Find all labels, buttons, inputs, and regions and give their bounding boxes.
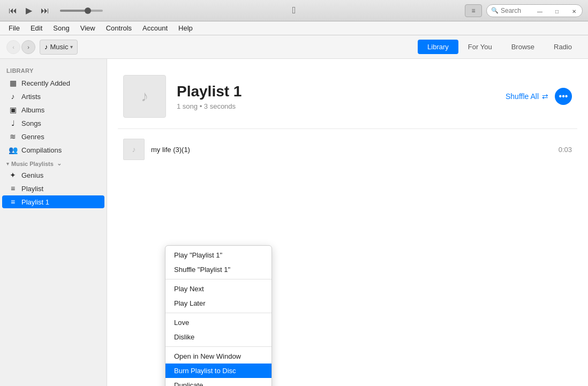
menu-song[interactable]: Song	[49, 23, 73, 33]
titlebar-logo: 	[292, 5, 296, 16]
sidebar-item-playlist[interactable]: ≡ Playlist	[2, 182, 104, 195]
compilations-icon: 👥	[9, 146, 17, 154]
sidebar-item-genius[interactable]: ✦ Genius	[2, 169, 104, 181]
menu-file[interactable]: File	[4, 23, 24, 33]
playlists-section-toggle[interactable]: ▾ Music Playlists ⌄	[0, 157, 107, 168]
playlist-meta: 1 song • 3 seconds	[177, 102, 495, 110]
playlist-icon: ≡	[9, 184, 17, 193]
chevron-right-icon: ▾	[6, 161, 9, 166]
playlist-info: Playlist 1 1 song • 3 seconds	[177, 83, 495, 110]
separator	[165, 279, 272, 279]
volume-fill	[60, 10, 86, 12]
track-music-icon: ♪	[132, 145, 136, 154]
tab-radio[interactable]: Radio	[544, 40, 582, 54]
close-button[interactable]: ✕	[566, 6, 583, 17]
genres-icon: ≋	[9, 132, 17, 141]
separator	[165, 313, 272, 313]
playlist-art: ♪	[123, 75, 166, 118]
chevron-down-icon: ▾	[70, 44, 73, 50]
search-icon: 🔍	[491, 7, 499, 14]
sidebar-item-label: Genius	[21, 171, 43, 179]
sidebar-item-label: Songs	[21, 119, 41, 127]
sidebar-item-genres[interactable]: ≋ Genres	[2, 130, 104, 143]
content-area: ♪ Playlist 1 1 song • 3 seconds Shuffle …	[107, 59, 588, 386]
menu-edit[interactable]: Edit	[26, 23, 47, 33]
track-art: ♪	[123, 139, 145, 160]
playlist1-icon: ≡	[9, 198, 17, 206]
menubar: File Edit Song View Controls Account Hel…	[0, 21, 588, 35]
albums-icon: ▣	[9, 105, 17, 114]
main-layout: Library ▦ Recently Added ♪ Artists ▣ Alb…	[0, 59, 588, 386]
sidebar-item-label: Playlist	[21, 185, 43, 193]
titlebar-right: ≡ 🔍 — □ ✕	[465, 4, 583, 17]
sidebar-item-label: Albums	[21, 106, 44, 114]
songs-icon: ♩	[9, 119, 17, 127]
track-name: my life (3)(1)	[151, 146, 559, 154]
sidebar-item-label: Recently Added	[21, 79, 70, 87]
ctx-play-playlist[interactable]: Play "Playlist 1"	[165, 248, 272, 262]
rewind-button[interactable]: ⏮	[6, 4, 19, 18]
ctx-play-later[interactable]: Play Later	[165, 296, 272, 311]
playlist-actions: Shuffle All ⇄ •••	[506, 88, 572, 105]
volume-slider[interactable]	[60, 10, 103, 12]
more-options-button[interactable]: •••	[555, 88, 572, 105]
sidebar-item-artists[interactable]: ♪ Artists	[2, 90, 104, 103]
nav-arrows: ‹ ›	[6, 40, 35, 54]
volume-track	[60, 10, 103, 12]
sidebar-item-playlist1[interactable]: ≡ Playlist 1	[2, 195, 104, 208]
window-controls: — □ ✕	[531, 6, 583, 17]
table-row[interactable]: ♪ my life (3)(1) 0:03	[118, 134, 577, 164]
list-view-button[interactable]: ≡	[465, 4, 482, 17]
back-button[interactable]: ‹	[6, 40, 20, 54]
genius-icon: ✦	[9, 171, 17, 179]
sidebar-item-label: Genres	[21, 133, 44, 141]
ctx-love[interactable]: Love	[165, 315, 272, 330]
context-menu: Play "Playlist 1" Shuffle "Playlist 1" P…	[165, 245, 272, 386]
sidebar-item-albums[interactable]: ▣ Albums	[2, 103, 104, 116]
ctx-open-new-window[interactable]: Open in New Window	[165, 349, 272, 364]
artists-icon: ♪	[9, 92, 17, 101]
minimize-button[interactable]: —	[531, 6, 548, 17]
menu-view[interactable]: View	[76, 23, 100, 33]
sidebar-item-compilations[interactable]: 👥 Compilations	[2, 143, 104, 156]
sidebar-item-recently-added[interactable]: ▦ Recently Added	[2, 77, 104, 89]
menu-account[interactable]: Account	[138, 23, 172, 33]
ctx-play-next[interactable]: Play Next	[165, 282, 272, 296]
music-note-icon: ♪	[141, 88, 148, 105]
shuffle-all-button[interactable]: Shuffle All ⇄	[506, 92, 548, 101]
tab-for-you[interactable]: For You	[458, 40, 502, 54]
playlist-header: ♪ Playlist 1 1 song • 3 seconds Shuffle …	[107, 59, 588, 128]
playlist-title: Playlist 1	[177, 83, 495, 100]
shuffle-all-label: Shuffle All	[506, 92, 539, 101]
ctx-dislike[interactable]: Dislike	[165, 330, 272, 344]
track-list: ♪ my life (3)(1) 0:03	[107, 129, 588, 170]
ctx-shuffle-playlist[interactable]: Shuffle "Playlist 1"	[165, 262, 272, 277]
track-duration: 0:03	[559, 146, 572, 154]
tab-library[interactable]: Library	[418, 40, 458, 54]
navbar: ‹ › ♪ Music ▾ Library For You Browse Rad…	[0, 35, 588, 59]
sidebar: Library ▦ Recently Added ♪ Artists ▣ Alb…	[0, 59, 107, 386]
separator	[165, 346, 272, 347]
ellipsis-icon: •••	[559, 92, 568, 101]
ctx-burn-playlist[interactable]: Burn Playlist to Disc	[165, 364, 272, 378]
location-selector[interactable]: ♪ Music ▾	[40, 40, 78, 55]
ctx-duplicate[interactable]: Duplicate	[165, 378, 272, 386]
location-label: Music	[50, 43, 69, 51]
forward-button[interactable]: ›	[21, 40, 35, 54]
tab-browse[interactable]: Browse	[502, 40, 544, 54]
sidebar-item-label: Compilations	[21, 146, 62, 154]
nav-tabs: Library For You Browse Radio	[418, 40, 582, 54]
caret-icon: ⌄	[57, 160, 62, 167]
menu-controls[interactable]: Controls	[102, 23, 136, 33]
sidebar-item-songs[interactable]: ♩ Songs	[2, 117, 104, 130]
volume-thumb	[85, 7, 91, 14]
maximize-button[interactable]: □	[548, 6, 566, 17]
playlists-header-label: Music Playlists	[11, 161, 54, 167]
fast-forward-button[interactable]: ⏭	[39, 4, 51, 18]
player-controls: ⏮ ▶ ⏭	[0, 3, 109, 18]
library-header: Library	[0, 63, 107, 76]
titlebar: ⏮ ▶ ⏭  ≡ 🔍 — □ ✕	[0, 0, 588, 21]
play-button[interactable]: ▶	[24, 3, 34, 18]
recently-added-icon: ▦	[9, 79, 17, 87]
menu-help[interactable]: Help	[174, 23, 197, 33]
